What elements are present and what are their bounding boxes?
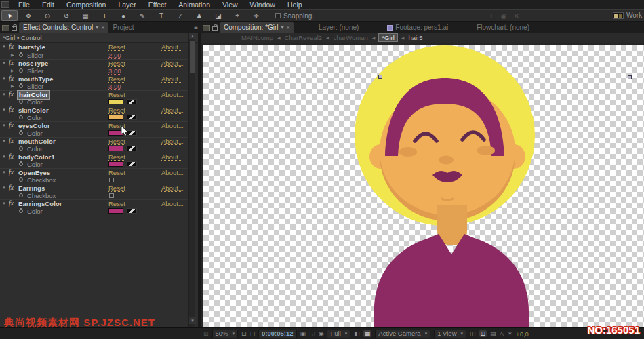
eyedropper-icon[interactable] [127,146,137,151]
grid-options-icon[interactable]: ⊞ [203,330,209,337]
color-swatch[interactable] [108,99,123,104]
scroll-thumb[interactable] [190,41,195,73]
effect-param-eyesColor[interactable]: Color [0,129,191,138]
snapshot-camera-icon[interactable]: ▣ [300,330,306,337]
breadcrumb-item-charreveal2[interactable]: CharReveal2 [285,34,322,41]
effect-param-skinColor[interactable]: Color [0,114,191,122]
exposure-control[interactable]: +0,0 [516,330,529,338]
selection-tool[interactable]: ➤ [1,10,18,21]
eyedropper-icon[interactable] [127,161,137,167]
zoom-tool[interactable]: ⊙ [39,10,56,21]
effects-scrollbar[interactable]: ▲ ▼ [188,33,195,327]
color-swatch[interactable] [108,146,123,151]
eyedropper-icon[interactable] [127,208,137,214]
tab-composition-dropdown-icon[interactable]: ▾ [281,23,284,33]
mini-flowchart-icon[interactable]: ⊞ [479,330,487,337]
expand-icon[interactable]: ▶ [11,83,14,91]
breadcrumb-item-girl[interactable]: *Girl [379,34,397,41]
stopwatch-icon[interactable] [19,131,23,135]
color-swatch[interactable] [108,115,123,120]
effect-header-hairColor[interactable]: ▼fxhairColorResetAbout... [0,90,191,98]
about-link[interactable]: About... [161,43,184,52]
color-swatch[interactable] [108,161,123,167]
eyedropper-icon[interactable] [127,99,137,104]
hand-tool[interactable]: ✥ [20,10,37,21]
pixel-aspect-icon[interactable]: △ [500,330,504,337]
stopwatch-icon[interactable] [19,209,23,213]
view-layout-select[interactable]: 1 View ▾ [434,330,466,338]
slider-value[interactable]: 3,00 [108,67,121,75]
menu-file[interactable]: File [12,0,36,9]
transparency-grid-icon[interactable]: ▦ [363,330,372,337]
menu-animation[interactable]: Animation [172,0,216,9]
menu-window[interactable]: Window [244,0,281,9]
camera-select[interactable]: Active Camera ▾ [375,330,430,338]
channels-icon[interactable]: ◉ [319,330,324,337]
magnification-select[interactable]: 50% ▾ [212,330,239,338]
stopwatch-icon[interactable] [19,100,23,104]
shape-tool[interactable]: ● [115,10,132,21]
tab-project[interactable]: Project [108,22,138,33]
rotation-tool[interactable]: ↺ [58,10,75,21]
effect-header-OpenEyes[interactable]: ▼fxOpenEyesResetAbout... [0,168,191,176]
menu-layer[interactable]: Layer [112,0,142,9]
tab-effect-controls[interactable]: Effect Controls: Control ▾ × [19,22,108,33]
effect-header-mouthType[interactable]: ▼fxmouthTypeResetAbout... [0,75,191,83]
puppet-pin-tool[interactable]: ✜ [248,10,264,21]
layer-handle-right[interactable] [628,75,632,79]
tab-close-icon[interactable]: × [101,23,104,33]
expand-icon[interactable]: ▶ [11,52,14,60]
effect-param-mouthColor[interactable]: Color [0,145,191,153]
workspace-selector[interactable]: Work [613,12,644,19]
tab-composition-close-icon[interactable]: × [287,23,290,33]
menu-help[interactable]: Help [281,0,308,9]
tab-dropdown-icon[interactable]: ▾ [96,23,98,33]
tab-footage[interactable]: Footage: pers1.ai [383,22,452,33]
effect-param-EarringsColor[interactable]: Color [0,207,191,216]
effect-param-hairstyle[interactable]: ▶Slider2,00 [0,52,191,60]
param-checkbox[interactable] [109,178,114,182]
slider-value[interactable]: 2,00 [108,52,121,60]
type-tool[interactable]: T [153,10,169,21]
stopwatch-icon[interactable] [19,68,23,73]
stopwatch-icon[interactable] [19,146,23,151]
panel-menu-icon[interactable]: ≡ [194,24,198,31]
param-checkbox[interactable] [109,193,114,198]
draft-3d-icon[interactable]: ▤ [490,330,496,337]
lock-icon[interactable] [12,26,17,31]
grid-guides-icon[interactable]: ◫ [470,330,476,337]
stopwatch-icon[interactable] [19,193,23,197]
effect-header-eyesColor[interactable]: ▼fxeyesColorResetAbout... [0,121,191,129]
slider-value[interactable]: 3,00 [108,83,121,91]
effect-param-Earrings[interactable]: Checkbox [0,192,191,200]
breadcrumb-item-hair5[interactable]: hair5 [408,34,422,41]
effect-param-OpenEyes[interactable]: Checkbox [0,176,191,184]
pan-behind-tool[interactable]: ✛ [96,10,113,21]
menu-effect[interactable]: Effect [142,0,173,9]
menu-composition[interactable]: Composition [60,0,112,9]
stopwatch-icon[interactable] [19,53,23,57]
effect-header-Earrings[interactable]: ▼fxEarringsResetAbout... [0,184,191,192]
roi-toggle-icon[interactable]: ◧ [354,330,360,337]
effect-header-noseType[interactable]: ▼fxnoseTypeResetAbout... [0,59,191,67]
snapping-checkbox[interactable] [275,13,281,18]
breadcrumb-item-charwoman[interactable]: charWoman [334,34,368,41]
reset-link[interactable]: Reset [108,43,125,52]
stopwatch-icon[interactable] [19,84,23,88]
motion-blur-icon[interactable]: ✶ [508,330,513,337]
effect-header-hairstyle[interactable]: ▼fxhairstyleResetAbout... [0,43,191,52]
tab-composition[interactable]: Composition: *Girl ▾ × [220,22,294,33]
timecode-display[interactable]: 0:00:05:12 [258,330,296,338]
viewer-lock-icon[interactable] [212,26,218,31]
effect-param-hairColor[interactable]: Color [0,98,191,106]
effect-header-EarringsColor[interactable]: ▼fxEarringsColorResetAbout... [0,199,191,207]
pen-tool[interactable]: ✎ [134,10,150,21]
tab-layer[interactable]: Layer: (none) [315,22,363,33]
scroll-up-icon[interactable]: ▲ [189,33,196,39]
effect-header-bodyColor1[interactable]: ▼fxbodyColor1ResetAbout... [0,153,191,161]
expand-icon[interactable]: ▶ [11,67,14,75]
resolution-select[interactable]: Full ▾ [327,330,350,338]
breadcrumb-item-maincomp[interactable]: MAINcomp [241,34,273,41]
layer-handle-left[interactable] [378,75,382,79]
show-snapshot-icon[interactable]: ◲ [309,330,315,337]
